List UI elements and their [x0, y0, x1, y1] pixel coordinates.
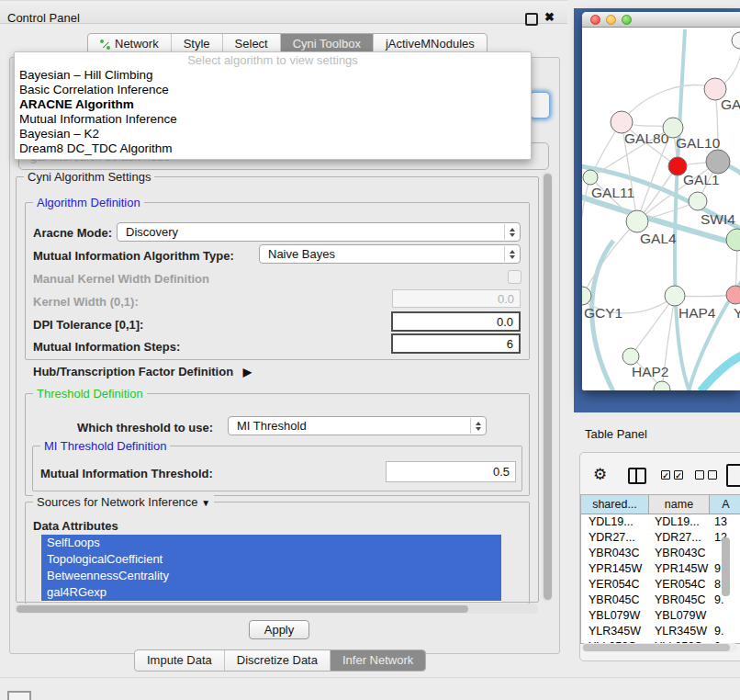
node-gal4[interactable] [626, 210, 648, 232]
table-cell: YBL079W [581, 608, 649, 624]
attribute-item-gal4rgexp[interactable]: gal4RGexp [41, 584, 501, 601]
table-cell: YPR145W [649, 561, 710, 577]
screenshot-root: Control Panel ✖ NetworkStyleSelectCyni T… [0, 0, 740, 700]
table-row[interactable]: YPR145WYPR145W9. [581, 561, 740, 577]
attribute-item-selfloops[interactable]: SelfLoops [41, 535, 501, 551]
table-header-row: shared...nameA [581, 495, 740, 514]
table-row[interactable]: YBR043CYBR043C [581, 546, 740, 561]
mi-threshold-field[interactable]: 0.5 [386, 461, 516, 482]
node-attribute-table: shared...nameA YDL19...YDL19...13YDR27..… [580, 494, 740, 644]
kernel-width-field[interactable]: 0.0 [392, 289, 521, 308]
node-y[interactable] [726, 286, 740, 304]
table-cell [710, 608, 740, 624]
attribute-item-betweennesscentrality[interactable]: BetweennessCentrality [41, 568, 501, 584]
new-column-icon[interactable] [726, 464, 740, 487]
close-icon[interactable]: ✖ [544, 10, 555, 24]
mi-algorithm-type-combo[interactable]: Naive Bayes [259, 244, 521, 264]
close-traffic-light[interactable] [590, 15, 600, 25]
algorithm-dropdown-popup: Select algorithm to view settings Bayesi… [14, 51, 532, 160]
settings-horizontal-scrollbar[interactable] [15, 604, 538, 614]
aracne-mode-combo[interactable]: Discovery [117, 222, 521, 242]
node-gal11[interactable] [583, 170, 598, 185]
float-window-icon[interactable] [525, 13, 538, 26]
collapse-arrow-icon[interactable]: ▼ [201, 498, 210, 508]
which-threshold-label: Which threshold to use: [77, 421, 213, 435]
inference-algorithm-combo-stepper[interactable] [530, 92, 550, 119]
node-hap4[interactable] [665, 286, 685, 306]
table-horizontal-scrollbar[interactable] [581, 643, 738, 652]
dropdown-item-bayesian-hill-climbing[interactable]: Bayesian – Hill Climbing [15, 68, 531, 83]
algorithm-dropdown-prompt: Select algorithm to view settings [15, 52, 531, 68]
dropdown-item-aracne-algorithm[interactable]: ARACNE Algorithm [15, 97, 531, 112]
bottom-tab-infer-network[interactable]: Infer Network [331, 650, 425, 671]
algorithm-definition-legend: Algorithm Definition [33, 196, 144, 209]
threshold-definition-legend: Threshold Definition [33, 387, 147, 401]
bottom-tab-impute-data[interactable]: Impute Data [135, 650, 225, 671]
checked-box-icon: ✓ [674, 470, 683, 480]
dropdown-item-bayesian-k2[interactable]: Bayesian – K2 [15, 127, 531, 141]
network-canvas[interactable]: GALGAL80GAL10GAL1GAL11SWI4GAL4GCY1HAP4YH… [582, 27, 740, 390]
node-unlabeled[interactable] [732, 32, 740, 49]
node-label-swi4: SWI4 [701, 211, 735, 227]
table-row[interactable]: YDR27...YDR27...12 [581, 530, 740, 546]
control-panel-titlebar [0, 0, 567, 24]
attribute-list-scrollbar[interactable] [722, 537, 730, 596]
settings-vertical-scrollbar[interactable] [542, 172, 553, 602]
bottom-tab-discretize-data[interactable]: Discretize Data [225, 650, 331, 671]
manual-kernel-width-checkbox[interactable] [508, 270, 521, 284]
aracne-mode-label: Aracne Mode: [33, 226, 112, 240]
which-threshold-combo[interactable]: MI Threshold [228, 416, 487, 435]
which-threshold-value: MI Threshold [237, 419, 307, 433]
column-header-shared[interactable]: shared... [581, 495, 649, 514]
table-cell: YDR27... [581, 530, 649, 546]
dropdown-item-dream8-dc-tdc-algorithm[interactable]: Dream8 DC_TDC Algorithm [15, 141, 531, 156]
data-attributes-list: SelfLoopsTopologicalCoefficientBetweenne… [41, 535, 501, 602]
table-cell: YBR045C [581, 593, 649, 608]
control-panel-title: Control Panel [7, 11, 80, 25]
cyni-bottom-tabbar: Impute DataDiscretize DataInfer Network [134, 649, 426, 672]
expand-arrow-icon[interactable]: ▶ [243, 366, 252, 378]
hub-definition-toggle[interactable]: Hub/Transcription Factor Definition ▶ [33, 365, 252, 378]
table-row[interactable]: YER054CYER054C8. [581, 577, 740, 593]
checked-box-icon: ✓ [661, 470, 670, 480]
attribute-item-topologicalcoefficient[interactable]: TopologicalCoefficient [41, 551, 501, 568]
table-cell: YBL079W [649, 608, 710, 624]
dropdown-item-mutual-information-inference[interactable]: Mutual Information Inference [15, 112, 531, 127]
gear-icon[interactable]: ⚙ [593, 465, 607, 483]
apply-button[interactable]: Apply [249, 620, 309, 639]
column-header-name[interactable]: name [649, 495, 710, 514]
hub-definition-label: Hub/Transcription Factor Definition [33, 365, 233, 378]
node-gal1[interactable] [689, 192, 707, 210]
table-body: YDL19...YDL19...13YDR27...YDR27...12YBR0… [581, 514, 740, 644]
combo-stepper-icon [504, 246, 519, 262]
table-row[interactable]: YBL079WYBL079W [581, 608, 740, 624]
deselect-all-icon[interactable] [695, 470, 717, 480]
table-cell: YDL19... [649, 514, 710, 530]
zoom-traffic-light[interactable] [622, 15, 632, 25]
table-cell: YPR145W [581, 561, 649, 577]
minimized-panel-icon[interactable] [7, 691, 31, 700]
split-columns-icon[interactable] [628, 468, 646, 484]
table-row[interactable]: YBR045CYBR045C9. [581, 593, 740, 608]
minimize-traffic-light[interactable] [606, 15, 616, 25]
node-label-gal11: GAL11 [591, 185, 634, 200]
sources-legend: Sources for Network Inference ▼ [33, 495, 214, 509]
network-window-titlebar[interactable] [582, 12, 740, 28]
column-header-a[interactable]: A [710, 495, 740, 514]
select-all-icon[interactable]: ✓ ✓ [661, 470, 683, 480]
node-unlabeled[interactable] [706, 150, 730, 174]
table-cell: 9. [710, 624, 740, 639]
table-cell: YBR043C [649, 546, 710, 561]
cyni-algorithm-settings-legend: Cyni Algorithm Settings [24, 170, 154, 184]
table-row[interactable]: YLR345WYLR345W9. [581, 624, 740, 639]
mi-steps-field[interactable]: 6 [391, 333, 521, 354]
node-label-hap2: HAP2 [632, 364, 669, 379]
unchecked-box-icon [695, 470, 704, 480]
node-swi4[interactable] [726, 229, 740, 251]
dpi-tolerance-field[interactable]: 0.0 [391, 311, 521, 332]
network-icon [100, 40, 110, 50]
table-row[interactable]: YDL19...YDL19...13 [581, 514, 740, 530]
dropdown-item-basic-correlation-inference[interactable]: Basic Correlation Inference [15, 83, 531, 97]
node-hap2[interactable] [622, 348, 639, 365]
combo-stepper-icon [470, 418, 485, 434]
